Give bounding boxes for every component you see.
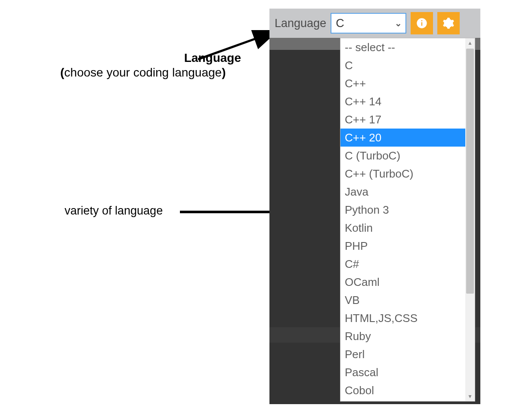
language-option[interactable]: HTML,JS,CSS — [340, 309, 465, 327]
language-option[interactable]: C++ 17 — [340, 110, 465, 129]
chevron-down-icon: ⌄ — [395, 18, 402, 28]
language-dropdown-list[interactable]: -- select --CC++C++ 14C++ 17C++ 20C (Tur… — [340, 38, 465, 401]
svg-rect-3 — [421, 20, 422, 21]
language-option[interactable]: Java — [340, 183, 465, 201]
annotation-language-title: Language — [34, 51, 250, 65]
language-select-value: C — [336, 17, 395, 30]
language-label: Language — [275, 17, 326, 30]
language-option[interactable]: Perl — [340, 345, 465, 363]
settings-button[interactable] — [437, 12, 460, 34]
language-option[interactable]: C++ 20 — [340, 129, 465, 147]
scrollbar-down-icon[interactable]: ▼ — [465, 392, 475, 401]
language-option[interactable]: PHP — [340, 237, 465, 255]
language-option[interactable]: Pascal — [340, 363, 465, 381]
annotation-language: Language (choose your coding language) — [34, 51, 250, 80]
language-option[interactable]: C++ — [340, 74, 465, 92]
language-option[interactable]: VB — [340, 291, 465, 309]
scrollbar[interactable]: ▲ ▼ — [465, 38, 475, 401]
language-select[interactable]: C ⌄ — [331, 13, 406, 34]
language-option[interactable]: Python 3 — [340, 201, 465, 219]
language-option[interactable]: C (TurboC) — [340, 147, 465, 165]
language-option[interactable]: Cobol — [340, 381, 465, 399]
editor-panel: Language C ⌄ -- select --CC++C++ 14C++ 1… — [269, 9, 480, 404]
language-option[interactable]: C++ (TurboC) — [340, 165, 465, 183]
scrollbar-up-icon[interactable]: ▲ — [465, 38, 475, 48]
svg-rect-2 — [421, 22, 422, 26]
info-button[interactable] — [411, 12, 433, 34]
annotation-language-sub: (choose your coding language) — [34, 65, 250, 80]
language-option[interactable]: -- select -- — [340, 38, 465, 56]
language-option[interactable]: C++ 14 — [340, 92, 465, 110]
annotation-variety: variety of language — [65, 204, 163, 218]
language-option[interactable]: OCaml — [340, 273, 465, 291]
language-option[interactable]: Kotlin — [340, 219, 465, 237]
editor-toolbar: Language C ⌄ — [269, 9, 480, 38]
language-dropdown[interactable]: -- select --CC++C++ 14C++ 17C++ 20C (Tur… — [340, 38, 475, 402]
language-option[interactable]: C — [340, 56, 465, 74]
language-option[interactable]: C# — [340, 255, 465, 273]
language-option[interactable]: Ruby — [340, 327, 465, 345]
scrollbar-thumb[interactable] — [466, 49, 474, 294]
info-icon — [416, 17, 428, 29]
gear-icon — [442, 17, 455, 29]
